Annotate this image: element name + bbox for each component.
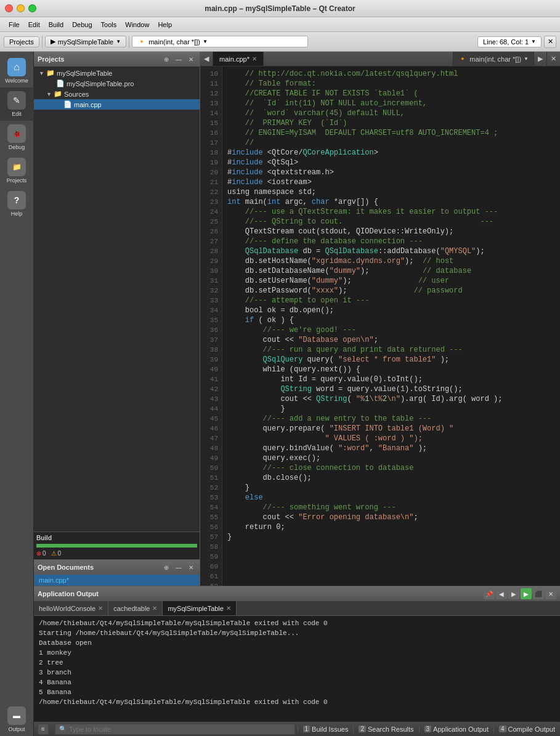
code-line-12[interactable]: //CREATE TABLE IF NOT EXISTS `table1` ( xyxy=(227,89,555,99)
code-line-20[interactable]: #include <QtSql> xyxy=(227,158,555,168)
output-run-btn[interactable]: ▶ xyxy=(521,588,532,599)
code-line-35[interactable]: db.setUserName("dummy"); // user xyxy=(227,276,555,286)
code-line-67[interactable]: } xyxy=(227,532,555,542)
menu-debug[interactable]: Debug xyxy=(68,20,95,30)
code-line-42[interactable]: //--- we're good! --- xyxy=(227,325,555,335)
code-line-36[interactable]: db.setPassword("xxxx"); // password xyxy=(227,286,555,296)
code-line-57[interactable]: query.exec(); xyxy=(227,453,555,463)
code-line-56[interactable]: query.bindValue( ":word", "Banana" ); xyxy=(227,443,555,453)
code-line-41[interactable]: if ( ok ) { xyxy=(227,315,555,325)
status-tab-compile[interactable]: 4 Compile Output xyxy=(493,726,560,733)
menu-build[interactable]: Build xyxy=(45,20,67,30)
projects-collapse-btn[interactable]: — xyxy=(174,54,184,64)
projects-toolbar-btn[interactable]: Projects xyxy=(4,36,39,47)
sidebar-item-help[interactable]: ? Help xyxy=(0,187,34,220)
code-line-49[interactable]: QString word = query.value(1).toString()… xyxy=(227,384,555,394)
status-search-bar[interactable]: 🔍 xyxy=(55,724,295,735)
menu-edit[interactable]: Edit xyxy=(25,20,44,30)
code-line-62[interactable]: else xyxy=(227,493,555,503)
maximize-button[interactable] xyxy=(28,4,36,12)
minimize-button[interactable] xyxy=(17,4,25,12)
sidebar-item-debug[interactable]: 🐞 Debug xyxy=(0,121,34,154)
tab-nav-right[interactable]: ▶ xyxy=(534,52,546,66)
code-line-53[interactable]: //--- add a new entry to the table --- xyxy=(227,414,555,424)
code-line-13[interactable]: // `Id` int(11) NOT NULL auto_increment, xyxy=(227,99,555,108)
code-line-66[interactable]: return 0; xyxy=(227,522,555,532)
search-input[interactable] xyxy=(69,726,291,733)
output-prev-btn[interactable]: ◀ xyxy=(496,588,507,599)
output-tab-cached-close[interactable]: ✕ xyxy=(152,605,157,612)
open-docs-sort-btn[interactable]: ⊕ xyxy=(161,562,171,572)
projects-close-btn[interactable]: ✕ xyxy=(186,54,196,64)
build-target-combo[interactable]: ▶ mySqlSimpleTable ▼ xyxy=(45,36,126,47)
function-breadcrumb-tab[interactable]: 🔸 main(int, char *[]) ▼ xyxy=(453,52,534,66)
output-close-btn[interactable]: ✕ xyxy=(545,588,556,599)
status-hamburger-btn[interactable]: ≡ xyxy=(38,724,49,735)
code-line-64[interactable]: cout << "Error opening database\n"; xyxy=(227,512,555,522)
close-editor-btn[interactable]: ✕ xyxy=(544,36,556,48)
open-doc-maincpp[interactable]: main.cpp* xyxy=(34,575,200,586)
status-tab-search[interactable]: 2 Search Results xyxy=(353,726,418,733)
tab-maincpp-close[interactable]: ✕ xyxy=(252,55,257,62)
code-line-63[interactable]: //--- something went wrong --- xyxy=(227,503,555,512)
code-line-15[interactable]: // PRIMARY KEY (`Id`) xyxy=(227,118,555,128)
projects-filter-btn[interactable]: ⊕ xyxy=(161,54,171,64)
output-stop-btn[interactable]: ⬛ xyxy=(533,588,544,599)
tree-item-pro-file[interactable]: 📄 mySqlSimpleTable.pro xyxy=(34,78,200,89)
output-tab-mysql[interactable]: mySqlSimpleTable ✕ xyxy=(163,601,236,615)
output-pin-btn[interactable]: 📌 xyxy=(484,588,495,599)
output-tab-hello-close[interactable]: ✕ xyxy=(98,605,103,612)
code-line-61[interactable]: } xyxy=(227,483,555,493)
code-line-26[interactable]: int main(int argc, char *argv[]) { xyxy=(227,197,555,207)
code-line-24[interactable]: using namespace std; xyxy=(227,187,555,197)
code-line-19[interactable]: #include <QtCore/QCoreApplication> xyxy=(227,148,555,158)
output-tab-mysql-close[interactable]: ✕ xyxy=(226,605,231,612)
code-line-48[interactable]: int Id = query.value(0).toInt(); xyxy=(227,374,555,384)
code-line-14[interactable]: // `word` varchar(45) default NULL, xyxy=(227,108,555,118)
tab-maincpp[interactable]: main.cpp* ✕ xyxy=(213,52,264,66)
code-line-10[interactable]: // http://doc.qt.nokia.com/latest/qsqlqu… xyxy=(227,69,555,79)
open-docs-collapse-btn[interactable]: — xyxy=(174,562,184,572)
code-line-47[interactable]: while (query.next()) { xyxy=(227,365,555,374)
output-tab-cached[interactable]: cachedtable ✕ xyxy=(108,601,163,615)
output-next-btn[interactable]: ▶ xyxy=(508,588,519,599)
close-button[interactable] xyxy=(5,4,13,12)
status-tab-build[interactable]: 1 Build Issues xyxy=(298,726,354,733)
menu-tools[interactable]: Tools xyxy=(97,20,121,30)
code-line-33[interactable]: db.setHostName("xgridmac.dyndns.org"); /… xyxy=(227,256,555,266)
tree-item-maincpp[interactable]: 📄 main.cpp xyxy=(34,99,200,110)
code-line-51[interactable]: } xyxy=(227,404,555,414)
code-line-34[interactable]: db.setDatabaseName("dummy"); // database xyxy=(227,266,555,276)
code-line-16[interactable]: // ENGINE=MyISAM DEFAULT CHARSET=utf8 AU… xyxy=(227,128,555,138)
code-line-50[interactable]: cout << QString( "%1\t%2\n").arg( Id).ar… xyxy=(227,394,555,404)
sidebar-item-output[interactable]: ▬ Output xyxy=(0,703,34,736)
code-line-54[interactable]: query.prepare( "INSERT INTO table1 (Word… xyxy=(227,424,555,434)
code-line-29[interactable]: QTextStream cout(stdout, QIODevice::Writ… xyxy=(227,227,555,237)
tree-item-project[interactable]: ▼ 📁 mySqlSimpleTable xyxy=(34,68,200,78)
code-line-45[interactable]: //--- run a query and print data returne… xyxy=(227,345,555,355)
code-line-22[interactable]: #include <iostream> xyxy=(227,177,555,187)
code-line-59[interactable]: //--- close connection to database xyxy=(227,463,555,473)
tree-item-sources[interactable]: ▼ 📁 Sources xyxy=(34,89,200,99)
menu-help[interactable]: Help xyxy=(154,20,176,30)
code-line-27[interactable]: //--- use a QTextStream: it makes it eas… xyxy=(227,207,555,217)
window-controls[interactable] xyxy=(5,4,36,12)
code-line-11[interactable]: // Table format: xyxy=(227,79,555,89)
code-line-21[interactable]: #include <qtextstream.h> xyxy=(227,168,555,177)
code-line-28[interactable]: //--- QString to cout. --- xyxy=(227,217,555,227)
sidebar-item-edit[interactable]: ✎ Edit xyxy=(0,87,34,121)
code-line-31[interactable]: //--- define the database connection --- xyxy=(227,237,555,246)
status-tab-output[interactable]: 3 Application Output xyxy=(419,726,493,733)
code-line-60[interactable]: db.close(); xyxy=(227,473,555,483)
output-tab-hello[interactable]: helloWorldConsole ✕ xyxy=(34,601,108,615)
code-line-17[interactable]: // xyxy=(227,138,555,148)
code-line-32[interactable]: QSqlDatabase db = QSqlDatabase::addDatab… xyxy=(227,246,555,256)
open-docs-close-btn[interactable]: ✕ xyxy=(186,562,196,572)
code-line-43[interactable]: cout << "Database open\n"; xyxy=(227,335,555,345)
function-location-combo[interactable]: 🔸 main(int, char *[]) ▼ xyxy=(132,36,307,47)
code-content[interactable]: // http://doc.qt.nokia.com/latest/qsqlqu… xyxy=(222,67,560,586)
code-line-55[interactable]: " VALUES ( :word ) "); xyxy=(227,434,555,443)
tab-nav-left[interactable]: ◀ xyxy=(200,52,213,66)
editor-close-btn[interactable]: ✕ xyxy=(546,52,560,66)
code-line-39[interactable]: bool ok = db.open(); xyxy=(227,305,555,315)
